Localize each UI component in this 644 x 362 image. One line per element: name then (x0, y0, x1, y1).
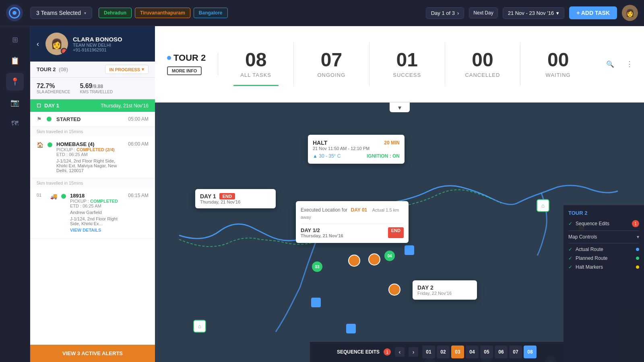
sidebar-icon-camera[interactable]: 📷 (6, 94, 24, 111)
stats-header: TOUR 2 MORE INFO 08 ALL TASKS 07 ONGOING… (155, 26, 644, 103)
task-number: 01 (37, 193, 46, 197)
map-node-orange-halt[interactable] (388, 284, 400, 296)
seq-num-03[interactable]: 03 (451, 346, 464, 358)
location-tag-dehradun[interactable]: Dehradun (99, 8, 132, 18)
sequence-next-button[interactable]: › (409, 347, 418, 357)
seq-num-01[interactable]: 01 (422, 346, 435, 358)
seq-num-04[interactable]: 04 (466, 346, 479, 358)
teams-selected-label: 3 Teams Selected (36, 10, 81, 16)
executed-popup: Executed Location for DAY 01 Actual 1.5 … (296, 201, 409, 243)
flag-icon: ⚑ (37, 116, 42, 122)
task-18918[interactable]: 01 🚚 18918 PICKUP : COMPLETED ETD : 06:2… (30, 188, 155, 239)
map-node-blue-3[interactable] (346, 324, 356, 333)
date-range[interactable]: 21 Nov - 23 Nov '16 ▾ (503, 7, 565, 19)
task-time: 06:15 AM (128, 193, 149, 198)
agent-info: CLARA BONOSO TEAM NEW DELHI +91-91619629… (73, 36, 149, 52)
sidebar-icon-clipboard[interactable]: 📋 (6, 52, 24, 70)
homebase-task[interactable]: 🏠 HOMEBASE (4) PICKUP : COMPLETED (2/4) … (30, 136, 155, 178)
add-task-button[interactable]: + ADD TASK (569, 6, 617, 19)
halt-temp: ▲ 30 - 35° C (313, 153, 341, 159)
location-tag-tiruvananthapuram[interactable]: Tiruvananthapuram (135, 8, 190, 18)
planned-route-item[interactable]: ✓ Planned Route (568, 255, 639, 261)
stat-cancelled[interactable]: 00 CANCELLED (445, 42, 521, 86)
sequence-edits-item[interactable]: ✓ Sequence Edits 1 (568, 220, 639, 227)
task-body: 18918 PICKUP : COMPLETED ETD : 06:25 AM … (70, 193, 124, 233)
timeline: ⚑ STARTED 05:00 AM 5km travelled in 15mi… (30, 112, 155, 271)
sidebar-icon-location[interactable]: 🗺 (6, 115, 24, 132)
task-top: 01 🚚 18918 PICKUP : COMPLETED ETD : 06:2… (37, 193, 149, 233)
task-body: HOMEBASE (4) PICKUP : COMPLETED (2/4) ET… (56, 141, 124, 173)
tour-more-info-button[interactable]: MORE INFO (167, 66, 202, 75)
collapse-button[interactable]: ▾ (390, 103, 410, 112)
homebase-title: HOMEBASE (4) (56, 141, 124, 147)
sla-stat: 72.7% SLA ADHERENCE (37, 82, 70, 94)
next-day-button[interactable]: Next Day (469, 7, 497, 19)
exec-day2: DAY 1/2 Thursday, 21 Nov'16 END (301, 227, 404, 238)
back-button[interactable]: ‹ (37, 40, 39, 48)
day2-title: DAY 2 (417, 284, 472, 291)
map-node-blue-1[interactable] (405, 245, 414, 255)
map-node-04[interactable]: 04 (384, 251, 395, 261)
seq-count: 1 (632, 220, 639, 227)
stat-ongoing[interactable]: 07 ONGOING (294, 42, 369, 86)
check-icon: ✓ (568, 255, 572, 261)
in-progress-button[interactable]: IN PROGRESS ▾ (105, 65, 149, 74)
day-selector-label: Day 1 of 3 (431, 10, 455, 16)
map-area[interactable]: 1 03 04 01 01 ⌂ 06 (155, 103, 644, 362)
logo-icon[interactable] (6, 4, 23, 21)
map-controls-row[interactable]: Map Controls ▾ (568, 234, 639, 240)
view-details-link[interactable]: VIEW DETAILS (70, 228, 101, 232)
sidebar-icon-home[interactable]: ⊞ (6, 31, 24, 49)
actual-route-item[interactable]: ✓ Actual Route (568, 247, 639, 252)
tour-dot-icon (167, 56, 171, 60)
agent-panel: ‹ 👩 ! CLARA BONOSO TEAM NEW DELHI +91-91… (30, 26, 155, 362)
teams-selector[interactable]: 3 Teams Selected ▾ (30, 7, 92, 19)
search-button[interactable]: 🔍 (604, 58, 617, 70)
halt-markers-dot (636, 265, 639, 269)
agent-team: TEAM NEW DELHI (73, 43, 149, 47)
status-dot (61, 194, 66, 199)
status-label: IN PROGRESS (109, 67, 140, 72)
map-node-03[interactable]: 03 (312, 261, 322, 272)
map-node-home[interactable]: ⌂ (193, 320, 206, 333)
success-value: 01 (396, 50, 417, 70)
all-tasks-label: ALL TASKS (240, 72, 271, 78)
halt-markers-item[interactable]: ✓ Halt Markers (568, 264, 639, 270)
map-node-orange-1[interactable] (348, 255, 360, 267)
stat-waiting[interactable]: 00 WAITING (520, 42, 596, 86)
date-range-label: 21 Nov - 23 Nov '16 (508, 10, 554, 16)
seq-num-07[interactable]: 07 (509, 346, 522, 358)
homebase-etd: ETD : 06:25 AM (56, 152, 124, 157)
divider (301, 224, 404, 224)
actual-route-label: Actual Route (576, 247, 633, 252)
ongoing-value: 07 (321, 50, 342, 70)
day1-end-badge: END (219, 193, 235, 200)
stat-all-tasks[interactable]: 08 ALL TASKS (218, 42, 294, 86)
map-node-orange-2[interactable] (368, 253, 380, 265)
more-options-button[interactable]: ⋮ (623, 58, 636, 70)
sequence-prev-button[interactable]: ‹ (395, 347, 405, 357)
sidebar-icon-map[interactable]: 📍 (6, 73, 24, 90)
halt-details: ▲ 30 - 35° C IGNITION : ON (313, 153, 400, 159)
agent-header: ‹ 👩 ! CLARA BONOSO TEAM NEW DELHI +91-91… (30, 26, 155, 62)
sequence-bar-label: SEQUENCE EDITS (337, 349, 380, 355)
day-selector[interactable]: Day 1 of 3 › (426, 7, 464, 19)
expand-icon[interactable]: ▾ (637, 234, 639, 240)
halt-time: 21 Nov 11:50 AM - 12:10 PM (313, 146, 400, 151)
kms-stat: 5.69/9.88 KMS TRAVELLED (80, 82, 113, 94)
seq-num-02[interactable]: 02 (437, 346, 450, 358)
sequence-numbers: 01 02 03 04 05 06 07 08 (422, 346, 537, 358)
day-header-left: ☐ DAY 1 (37, 103, 59, 109)
left-sidebar: ⊞ 📋 📍 📷 🗺 (0, 26, 30, 362)
seq-num-06[interactable]: 06 (495, 346, 508, 358)
location-tag-bangalore[interactable]: Bangalore (194, 8, 228, 18)
map-node-blue-2[interactable] (311, 298, 321, 307)
stat-success[interactable]: 01 SUCCESS (369, 42, 445, 86)
homebase-status: PICKUP : COMPLETED (2/4) (56, 147, 124, 152)
seq-num-05[interactable]: 05 (480, 346, 493, 358)
active-alerts-button[interactable]: VIEW 3 ACTIVE ALERTS (30, 345, 155, 362)
map-node-home-2[interactable]: ⌂ (537, 199, 549, 212)
seq-num-08[interactable]: 08 (524, 346, 537, 358)
right-panel-title: TOUR 2 (568, 210, 639, 216)
day2-date: Friday, 22 Nov'16 (417, 291, 472, 296)
